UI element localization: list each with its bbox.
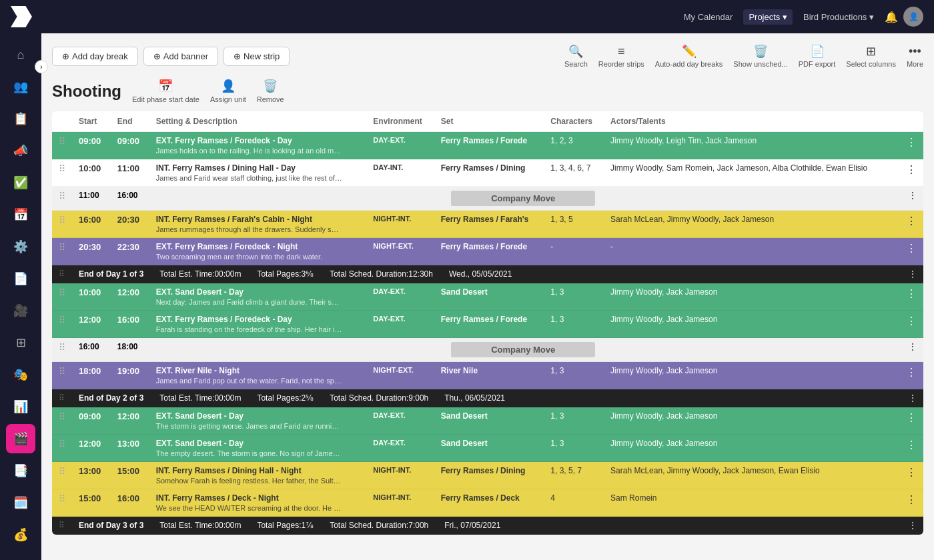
more-options-button[interactable]: ••• More — [907, 45, 923, 68]
row-menu[interactable]: ⋮ — [897, 238, 923, 265]
sidebar-item-stripboard[interactable]: 🎬 — [6, 424, 35, 453]
sidebar-collapse-button[interactable]: › — [35, 60, 48, 73]
row-menu[interactable]: ⋮ — [897, 489, 923, 517]
setting-description: INT. Ferry Ramses / Deck - Night We see … — [149, 489, 367, 517]
time-end: 16:00 — [111, 489, 149, 517]
characters: 1, 3 — [544, 435, 604, 462]
select-columns-button[interactable]: ⊞ Select columns — [846, 44, 896, 68]
show-unsched-icon: 🗑️ — [753, 44, 768, 59]
setting-description: EXT. Ferry Ramses / Foredeck - Day James… — [149, 132, 367, 159]
sidebar-item-tasks[interactable]: ✅ — [6, 168, 35, 197]
drag-handle: ⠿ — [52, 489, 72, 517]
row-menu[interactable]: ⋮ — [897, 132, 923, 159]
sidebar-item-settings[interactable]: ⚙️ — [6, 232, 35, 261]
sidebar-item-reports[interactable]: 📑 — [6, 456, 35, 485]
row-menu[interactable]: ⋮ — [897, 338, 923, 362]
time-start: 16:00 — [72, 338, 111, 362]
day-end-menu[interactable]: ⋮ — [897, 265, 923, 283]
characters: 1, 3, 5, 7 — [544, 462, 604, 489]
row-menu[interactable]: ⋮ — [897, 187, 923, 211]
row-menu[interactable]: ⋮ — [897, 311, 923, 338]
search-icon: 🔍 — [568, 44, 583, 59]
sidebar-item-breakdown[interactable]: 📊 — [6, 392, 35, 421]
environment-badge: DAY-EXT. — [366, 132, 434, 159]
time-end: 20:30 — [111, 211, 149, 238]
show-unscheduled-button[interactable]: 🗑️ Show unsched... — [733, 44, 787, 68]
time-end: 15:00 — [111, 462, 149, 489]
row-menu[interactable]: ⋮ — [897, 283, 923, 311]
company-button[interactable]: Bird Productions ▾ — [798, 9, 879, 25]
environment-badge: NIGHT-INT. — [366, 211, 434, 238]
drag-handle: ⠿ — [52, 265, 72, 283]
remove-button[interactable]: 🗑️ Remove — [257, 79, 284, 103]
actors-talents: Sarah McLean, Jimmy Woodly, Jack Jameson… — [604, 462, 897, 489]
schedule-table: Start End Setting & Description Environm… — [52, 111, 923, 535]
set-name: Ferry Ramses / Forede — [434, 238, 544, 265]
avatar-initials: 👤 — [909, 12, 919, 21]
auto-add-icon: ✏️ — [682, 44, 696, 59]
set-name: Ferry Ramses / Farah's — [434, 211, 544, 238]
row-menu[interactable]: ⋮ — [897, 407, 923, 435]
new-strip-button[interactable]: ⊕ New strip — [223, 47, 290, 66]
add-banner-button[interactable]: ⊕ Add banner — [143, 47, 218, 66]
time-end: 18:00 — [111, 338, 149, 362]
day-end-menu[interactable]: ⋮ — [897, 389, 923, 407]
setting-description: INT. Ferry Ramses / Dining Hall - Night … — [149, 462, 367, 489]
projects-button[interactable]: Projects ▾ — [743, 9, 793, 25]
user-avatar[interactable]: 👤 — [903, 7, 923, 27]
sidebar-item-announcements[interactable]: 📣 — [6, 136, 35, 165]
sidebar-item-documents[interactable]: 📄 — [6, 264, 35, 293]
row-menu[interactable]: ⋮ — [897, 462, 923, 489]
drag-handle: ⠿ — [52, 238, 72, 265]
time-start: 12:00 — [72, 311, 111, 338]
actors-talents: Jimmy Woodly, Sam Romein, Jack Jameson, … — [604, 159, 897, 187]
sidebar-item-calendar[interactable]: 📅 — [6, 200, 35, 229]
sidebar-item-people[interactable]: 👥 — [6, 72, 35, 101]
col-setting: Setting & Description — [149, 111, 367, 132]
time-start: 12:00 — [72, 435, 111, 462]
time-end: 12:00 — [111, 283, 149, 311]
row-menu[interactable]: ⋮ — [897, 435, 923, 462]
auto-add-day-breaks-button[interactable]: ✏️ Auto-add day breaks — [655, 44, 723, 68]
sidebar-item-cast[interactable]: 🎭 — [6, 360, 35, 389]
row-menu[interactable]: ⋮ — [897, 159, 923, 187]
environment-badge: DAY-EXT. — [366, 311, 434, 338]
day-end-menu[interactable]: ⋮ — [897, 517, 923, 535]
notifications-bell-icon[interactable]: 🔔 — [885, 11, 898, 23]
row-menu[interactable]: ⋮ — [897, 362, 923, 389]
search-toolbar-button[interactable]: 🔍 Search — [564, 44, 588, 68]
assign-unit-button[interactable]: 👤 Assign unit — [210, 79, 246, 103]
actors-talents: - — [604, 238, 897, 265]
reorder-strips-button[interactable]: ≡ Reorder strips — [598, 45, 644, 68]
drag-handle: ⠿ — [52, 362, 72, 389]
pdf-export-button[interactable]: 📄 PDF export — [799, 44, 836, 68]
col-set: Set — [434, 111, 544, 132]
time-start: 09:00 — [72, 132, 111, 159]
environment-badge: DAY-EXT. — [366, 283, 434, 311]
sidebar-item-camera[interactable]: 🎥 — [6, 296, 35, 325]
edit-phase-button[interactable]: 📅 Edit phase start date — [132, 79, 199, 103]
environment-badge: DAY-INT. — [366, 159, 434, 187]
set-name: Sand Desert — [434, 283, 544, 311]
time-end: 13:00 — [111, 435, 149, 462]
sidebar-item-budget[interactable]: 💰 — [6, 520, 35, 549]
time-start: 16:00 — [72, 211, 111, 238]
actors-talents: Sarah McLean, Jimmy Woodly, Jack Jameson — [604, 211, 897, 238]
row-menu[interactable]: ⋮ — [897, 211, 923, 238]
sidebar-item-grid[interactable]: ⊞ — [6, 328, 35, 357]
setting-description: EXT. Sand Desert - Day The storm is gett… — [149, 407, 367, 435]
set-name: Ferry Ramses / Dining — [434, 159, 544, 187]
add-day-break-button[interactable]: ⊕ Add day break — [52, 47, 138, 66]
time-end: 11:00 — [111, 159, 149, 187]
more-icon: ••• — [909, 45, 921, 59]
sidebar-item-clipboard[interactable]: 📋 — [6, 104, 35, 133]
sidebar-item-home[interactable]: ⌂ — [6, 40, 35, 69]
setting-description: EXT. Ferry Ramses / Foredeck - Night Two… — [149, 238, 367, 265]
actors-talents: Jimmy Woodly, Jack Jameson — [604, 362, 897, 389]
my-calendar-button[interactable]: My Calendar — [678, 9, 739, 25]
sidebar-item-schedule[interactable]: 🗓️ — [6, 488, 35, 517]
setting-description: INT. Ferry Ramses / Dining Hall - Day Ja… — [149, 159, 367, 187]
environment-badge: NIGHT-EXT. — [366, 238, 434, 265]
drag-handle: ⠿ — [52, 338, 72, 362]
characters: 4 — [544, 489, 604, 517]
